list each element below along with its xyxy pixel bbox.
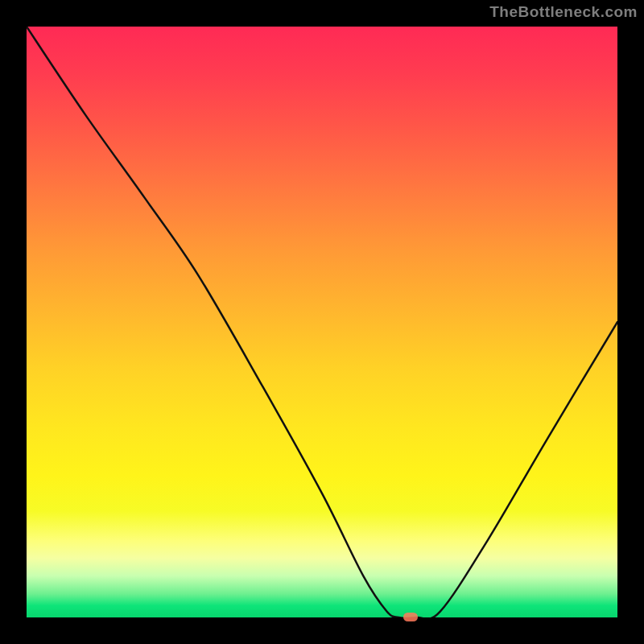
- watermark-text: TheBottleneck.com: [489, 3, 638, 21]
- plot-area: [27, 27, 617, 617]
- curve-path: [27, 27, 617, 617]
- bottleneck-curve: [27, 27, 617, 617]
- chart-frame: TheBottleneck.com: [0, 0, 644, 644]
- optimal-marker: [403, 613, 418, 621]
